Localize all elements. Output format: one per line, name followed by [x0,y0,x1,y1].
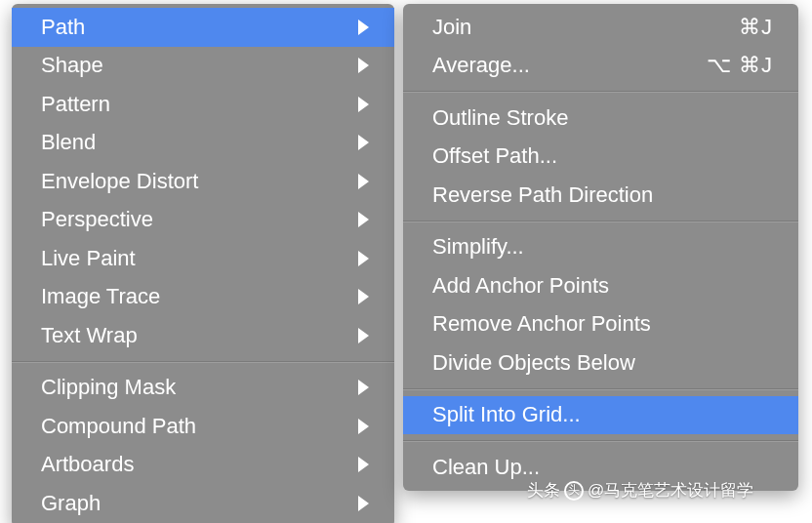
object-menu[interactable]: PathShapePatternBlendEnvelope DistortPer… [12,4,394,523]
menu-item-shortcut: ⌥ ⌘J [707,53,773,78]
menu-separator [12,361,394,363]
menu-item-image-trace[interactable]: Image Trace [12,278,394,317]
menu-separator [403,388,798,390]
menu-item-blend[interactable]: Blend [12,124,394,163]
submenu-arrow-icon [358,174,369,189]
menu-item-clipping-mask[interactable]: Clipping Mask [12,369,394,408]
submenu-arrow-icon [358,97,369,112]
menu-item-compound-path[interactable]: Compound Path [12,407,394,446]
menu-item-label: Shape [41,53,358,78]
submenu-arrow-icon [358,251,369,266]
menu-item-shortcut: ⌘J [739,15,773,40]
menu-item-join[interactable]: Join⌘J [403,8,798,47]
watermark-text: @马克笔艺术设计留学 [588,479,753,502]
menu-item-artboards[interactable]: Artboards [12,446,394,485]
menu-item-label: Path [41,15,358,40]
menu-item-label: Perspective [41,207,358,232]
menu-item-label: Graph [41,491,358,516]
menu-item-label: Envelope Distort [41,169,358,194]
menu-item-label: Remove Anchor Points [432,311,773,337]
menu-item-label: Offset Path... [432,143,773,169]
menu-item-label: Clean Up... [432,455,773,480]
menu-separator [403,91,798,93]
menu-item-label: Reverse Path Direction [432,182,773,208]
watermark: 头条 头 @马克笔艺术设计留学 [527,479,753,502]
menu-item-label: Add Anchor Points [432,273,773,299]
menu-item-perspective[interactable]: Perspective [12,201,394,240]
menu-item-text-wrap[interactable]: Text Wrap [12,316,394,355]
menu-item-label: Clipping Mask [41,375,358,400]
menu-separator [403,221,798,222]
menu-item-envelope-distort[interactable]: Envelope Distort [12,162,394,201]
menu-item-live-paint[interactable]: Live Paint [12,239,394,278]
menu-item-label: Blend [41,130,358,155]
menu-item-outline-stroke[interactable]: Outline Stroke [403,99,798,138]
menu-item-simplify[interactable]: Simplify... [403,228,798,267]
menu-item-split-into-grid[interactable]: Split Into Grid... [403,396,798,435]
menu-item-label: Join [432,15,739,40]
menu-item-shape[interactable]: Shape [12,47,394,86]
menu-item-reverse-path-direction[interactable]: Reverse Path Direction [403,176,798,215]
menu-item-graph[interactable]: Graph [12,484,394,523]
menu-item-average[interactable]: Average...⌥ ⌘J [403,47,798,86]
submenu-arrow-icon [358,20,369,35]
submenu-arrow-icon [358,496,369,511]
menu-item-label: Live Paint [41,246,358,271]
menu-item-label: Divide Objects Below [432,350,773,376]
menu-item-label: Average... [432,53,707,78]
menu-item-offset-path[interactable]: Offset Path... [403,138,798,177]
menu-item-pattern[interactable]: Pattern [12,85,394,124]
submenu-arrow-icon [358,457,369,472]
submenu-arrow-icon [358,289,369,304]
menu-item-label: Simplify... [432,234,773,260]
watermark-prefix: 头条 [527,479,560,502]
menu-item-remove-anchor-points[interactable]: Remove Anchor Points [403,305,798,344]
submenu-arrow-icon [358,380,369,395]
submenu-arrow-icon [358,212,369,227]
menu-separator [403,440,798,442]
menu-item-label: Artboards [41,452,358,477]
submenu-arrow-icon [358,135,369,150]
menu-item-divide-objects-below[interactable]: Divide Objects Below [403,343,798,382]
watermark-icon: 头 [564,481,584,501]
submenu-arrow-icon [358,328,369,343]
menu-item-label: Compound Path [41,414,358,439]
path-submenu[interactable]: Join⌘JAverage...⌥ ⌘JOutline StrokeOffset… [403,4,798,491]
menu-item-label: Split Into Grid... [432,402,773,427]
menu-item-add-anchor-points[interactable]: Add Anchor Points [403,266,798,305]
menu-item-label: Text Wrap [41,323,358,348]
menu-item-label: Pattern [41,92,358,117]
submenu-arrow-icon [358,58,369,73]
menu-item-path[interactable]: Path [12,8,394,47]
menu-item-label: Image Trace [41,284,358,309]
menu-item-label: Outline Stroke [432,105,773,131]
submenu-arrow-icon [358,419,369,434]
